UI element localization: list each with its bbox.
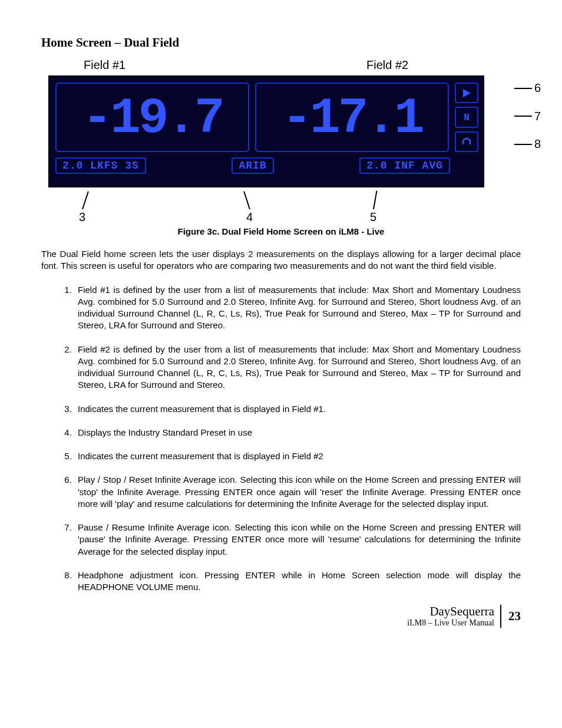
figure-3c: Field #1 Field #2 -19.7 -17.1 N	[48, 58, 514, 236]
field-1-caption: 2.0 LKFS 3S	[55, 157, 146, 174]
pause-icon[interactable]: N	[455, 107, 478, 127]
footer-brand: DaySequerra	[407, 605, 494, 618]
numbered-list: Field #1 is defined by the user from a l…	[58, 284, 521, 594]
list-item: Play / Stop / Reset Infinite Average ico…	[74, 474, 521, 510]
callout-8: 8	[534, 137, 541, 151]
list-item: Field #2 is defined by the user from a l…	[74, 344, 521, 391]
field-2-value: -17.1	[255, 83, 449, 152]
list-item: Field #1 is defined by the user from a l…	[74, 284, 521, 332]
callouts-right: 6 7 8	[514, 81, 541, 151]
callout-5: 5	[370, 210, 376, 224]
device-screen[interactable]: -19.7 -17.1 N	[48, 75, 484, 187]
list-item: Indicates the current measurement that i…	[74, 450, 521, 462]
intro-paragraph: The Dual Field home screen lets the user…	[41, 248, 521, 272]
svg-text:N: N	[464, 113, 470, 123]
field-2-caption: 2.0 INF AVG	[359, 157, 450, 174]
callout-6: 6	[534, 81, 541, 95]
list-item: Displays the Industry Standard Preset in…	[74, 427, 521, 439]
page-footer: DaySequerra iLM8 – Live User Manual 23	[41, 605, 521, 627]
footer-manual-title: iLM8 – Live User Manual	[407, 618, 494, 627]
section-heading: Home Screen – Dual Field	[41, 35, 521, 50]
callout-3: 3	[79, 210, 85, 224]
callout-4: 4	[246, 210, 253, 224]
callouts-bottom: 3 4 5	[48, 187, 484, 224]
svg-marker-0	[463, 89, 471, 97]
page-number: 23	[508, 609, 521, 624]
figure-caption: Figure 3c. Dual Field Home Screen on iLM…	[48, 226, 514, 236]
play-icon[interactable]	[455, 83, 478, 103]
preset-label: ARIB	[232, 157, 273, 174]
field-1-value: -19.7	[55, 83, 249, 152]
list-item: Indicates the current measurement that i…	[74, 403, 521, 415]
list-item: Pause / Resume Infinite Average icon. Se…	[74, 522, 521, 558]
callout-label-field-1: Field #1	[48, 58, 193, 72]
headphone-icon[interactable]	[455, 131, 478, 152]
callout-7: 7	[534, 110, 541, 123]
callout-label-field-2: Field #2	[193, 58, 514, 72]
list-item: Headphone adjustment icon. Pressing ENTE…	[74, 569, 521, 594]
